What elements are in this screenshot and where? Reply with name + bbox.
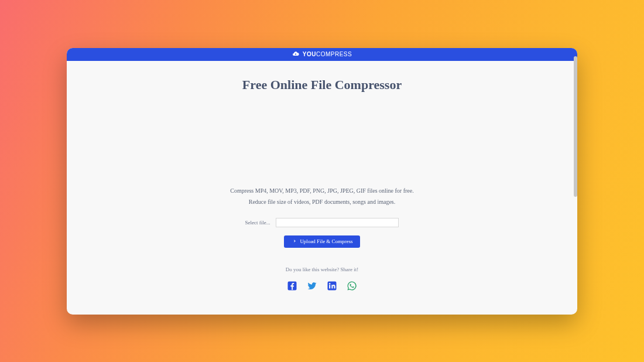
file-select-label: Select file... [245, 220, 270, 226]
description-line-2: Reduce file size of videos, PDF document… [90, 196, 554, 207]
upload-compress-button[interactable]: Upload File & Compress [284, 235, 359, 248]
logo-text: YOUCOMPRESS [303, 51, 352, 57]
upload-button-label: Upload File & Compress [300, 238, 352, 244]
social-share-row [90, 281, 554, 291]
svg-point-3 [329, 282, 330, 284]
main-content: Free Online File Compressor Compress MP4… [67, 61, 577, 315]
file-input[interactable] [276, 218, 399, 227]
twitter-icon[interactable] [307, 281, 317, 291]
whatsapp-icon[interactable] [347, 281, 357, 291]
cloud-upload-icon [292, 50, 299, 59]
description-line-1: Compress MP4, MOV, MP3, PDF, PNG, JPG, J… [90, 185, 554, 196]
app-window: YOUCOMPRESS Free Online File Compressor … [67, 48, 577, 315]
linkedin-icon[interactable] [327, 281, 337, 291]
share-prompt: Do you like this website? Share it! [90, 267, 554, 272]
svg-rect-2 [329, 285, 330, 288]
file-select-row: Select file... [90, 218, 554, 227]
ad-spacer [90, 93, 554, 185]
arrow-right-icon [291, 238, 296, 245]
site-header[interactable]: YOUCOMPRESS [67, 48, 577, 61]
facebook-icon[interactable] [287, 281, 297, 291]
page-title: Free Online File Compressor [90, 77, 554, 93]
scrollbar[interactable] [574, 56, 577, 197]
